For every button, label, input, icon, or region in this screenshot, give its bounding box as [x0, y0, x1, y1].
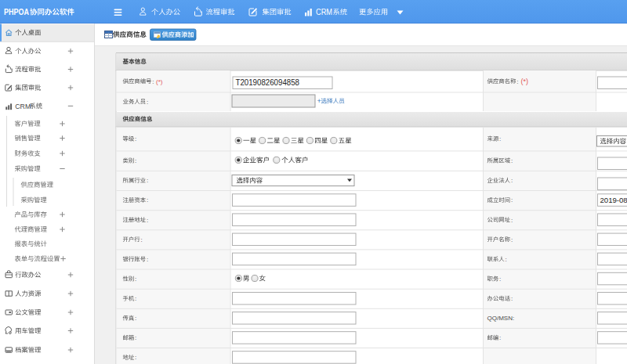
svg-text::: : — [499, 334, 501, 341]
svg-text::: : — [147, 256, 148, 263]
svg-text:+: + — [317, 97, 321, 105]
svg-text::: : — [135, 295, 136, 302]
svg-text::: : — [147, 196, 148, 204]
svg-text::: : — [511, 295, 513, 302]
svg-text::: : — [511, 196, 513, 204]
svg-text:PHPOA: PHPOA — [4, 7, 29, 16]
svg-text::: : — [516, 78, 518, 85]
svg-text:T20190826094858: T20190826094858 — [236, 78, 300, 87]
svg-text::: : — [499, 276, 501, 283]
svg-text::: : — [135, 334, 136, 341]
svg-text::: : — [499, 135, 501, 142]
svg-text:QQ/MSN:: QQ/MSN: — [487, 315, 515, 322]
svg-text:CRM: CRM — [15, 103, 31, 110]
svg-text::: : — [147, 217, 148, 224]
svg-text::: : — [147, 99, 148, 106]
svg-text:(*): (*) — [156, 78, 163, 85]
svg-text::: : — [511, 157, 513, 164]
svg-text::: : — [135, 157, 136, 164]
svg-text::: : — [135, 276, 136, 283]
svg-text::: : — [141, 236, 143, 243]
svg-text:(*): (*) — [521, 77, 529, 85]
svg-text::: : — [135, 135, 136, 142]
svg-text::: : — [506, 256, 507, 263]
svg-text::: : — [152, 78, 154, 85]
svg-text::: : — [511, 236, 513, 243]
svg-text:CRM: CRM — [316, 8, 332, 16]
svg-text::: : — [135, 315, 136, 322]
svg-text::: : — [511, 217, 513, 224]
svg-text::: : — [135, 354, 136, 361]
svg-text::: : — [511, 177, 513, 184]
svg-text::: : — [147, 177, 148, 184]
svg-text:2019-08-2: 2019-08-2 — [600, 196, 627, 204]
